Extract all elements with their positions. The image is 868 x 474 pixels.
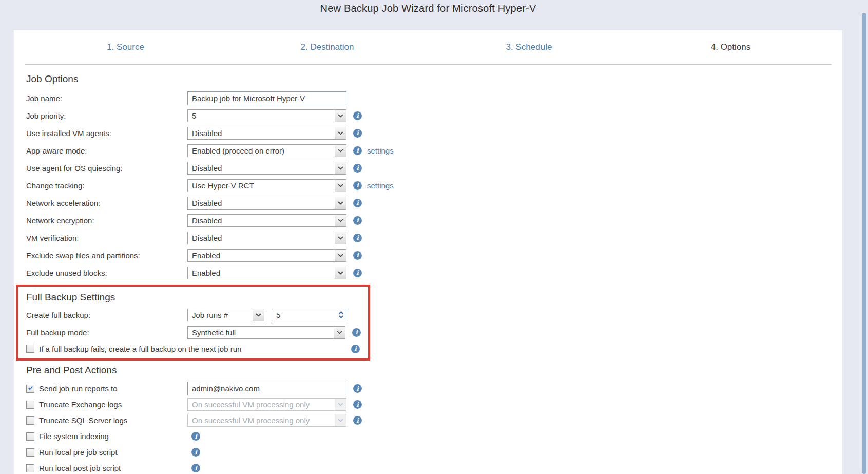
- chevron-down-icon: [335, 162, 346, 174]
- checkbox-label: Run local post job script: [39, 464, 121, 472]
- form-row-change-tracking: Change tracking: Use Hyper-V RCT i setti…: [26, 177, 842, 194]
- truncate-exchange-checkbox[interactable]: [26, 401, 34, 409]
- options-form: Job Options Job name: Job priority: 5 i …: [14, 65, 842, 474]
- field-label: Use agent for OS quiescing:: [26, 164, 187, 173]
- chevron-down-icon: [335, 110, 346, 122]
- create-full-backup-select[interactable]: Job runs #: [187, 309, 264, 321]
- wizard-panel: 1. Source 2. Destination 3. Schedule 4. …: [14, 30, 842, 474]
- app-aware-select[interactable]: Enabled (proceed on error): [187, 144, 346, 157]
- form-row-send-reports: Send job run reports to i: [26, 381, 842, 396]
- chevron-down-icon: [338, 315, 344, 318]
- file-indexing-checkbox[interactable]: [26, 432, 34, 441]
- checkbox-label: If a full backup fails, create a full ba…: [39, 345, 241, 353]
- full-backup-fail-checkbox[interactable]: [26, 345, 34, 353]
- report-email-input[interactable]: [187, 382, 346, 395]
- chevron-down-icon: [334, 327, 345, 338]
- info-icon[interactable]: i: [353, 234, 362, 242]
- info-icon[interactable]: i: [191, 464, 200, 472]
- vm-agents-select[interactable]: Disabled: [187, 127, 346, 140]
- job-priority-select[interactable]: 5: [187, 109, 346, 122]
- chevron-down-icon: [335, 267, 346, 279]
- checkbox-label: Send job run reports to: [39, 384, 118, 393]
- sql-logs-select: On successful VM processing only: [187, 414, 346, 427]
- info-icon[interactable]: i: [353, 111, 362, 120]
- form-row-vm-verification: VM verification: Disabled i: [26, 229, 842, 247]
- info-icon[interactable]: i: [353, 181, 362, 190]
- form-row-truncate-exchange: Truncate Exchange logs On successful VM …: [26, 396, 842, 412]
- wizard-step-tabs: 1. Source 2. Destination 3. Schedule 4. …: [25, 30, 832, 65]
- checkbox-label: Truncate SQL Server logs: [39, 416, 127, 425]
- tab-source[interactable]: 1. Source: [25, 30, 226, 64]
- vertical-scrollbar-thumb[interactable]: [862, 13, 866, 474]
- network-encryption-select[interactable]: Disabled: [187, 214, 346, 227]
- check-icon: [28, 385, 33, 391]
- tab-schedule[interactable]: 3. Schedule: [428, 30, 630, 64]
- spinner-arrows[interactable]: [336, 309, 346, 321]
- form-row-post-job-script: Run local post job script i: [26, 460, 842, 474]
- form-row-network-acceleration: Network acceleration: Disabled i: [26, 194, 842, 212]
- form-row-exclude-swap: Exclude swap files and partitions: Enabl…: [26, 247, 842, 264]
- info-icon[interactable]: i: [353, 164, 362, 173]
- info-icon[interactable]: i: [353, 269, 362, 277]
- form-row-pre-job-script: Run local pre job script i: [26, 444, 842, 460]
- chevron-down-icon: [335, 414, 346, 426]
- settings-link[interactable]: settings: [367, 146, 394, 155]
- info-icon[interactable]: i: [353, 199, 362, 207]
- truncate-sql-checkbox[interactable]: [26, 416, 34, 425]
- job-name-input[interactable]: [187, 91, 346, 105]
- info-icon[interactable]: i: [352, 328, 361, 337]
- info-icon[interactable]: i: [353, 416, 362, 425]
- full-backup-count-input[interactable]: [272, 309, 336, 321]
- info-icon[interactable]: i: [353, 251, 362, 260]
- exclude-unused-select[interactable]: Enabled: [187, 267, 346, 279]
- info-icon[interactable]: i: [353, 146, 362, 155]
- info-icon[interactable]: i: [191, 432, 200, 441]
- info-icon[interactable]: i: [353, 129, 362, 138]
- field-label: Create full backup:: [26, 311, 187, 319]
- post-job-script-checkbox[interactable]: [26, 464, 34, 472]
- tab-destination[interactable]: 2. Destination: [226, 30, 428, 64]
- network-acceleration-select[interactable]: Disabled: [187, 197, 346, 210]
- info-icon[interactable]: i: [353, 400, 362, 409]
- tab-options[interactable]: 4. Options: [630, 30, 832, 64]
- section-heading-full-backup: Full Backup Settings: [26, 292, 361, 303]
- field-label: Use installed VM agents:: [26, 129, 187, 138]
- info-icon[interactable]: i: [191, 448, 200, 457]
- info-icon[interactable]: i: [353, 216, 362, 225]
- info-icon[interactable]: i: [351, 345, 360, 353]
- field-label: App-aware mode:: [26, 146, 187, 155]
- pre-job-script-checkbox[interactable]: [26, 448, 34, 457]
- chevron-down-icon: [335, 180, 346, 192]
- vm-verification-select[interactable]: Disabled: [187, 232, 346, 244]
- chevron-down-icon: [335, 197, 346, 209]
- checkbox-label: Run local pre job script: [39, 448, 118, 457]
- field-label: Exclude swap files and partitions:: [26, 251, 187, 260]
- window-title-bar: New Backup Job Wizard for Microsoft Hype…: [14, 0, 842, 30]
- form-row-vm-agents: Use installed VM agents: Disabled i: [26, 124, 842, 142]
- field-label: Network acceleration:: [26, 199, 187, 207]
- send-reports-checkbox[interactable]: [26, 385, 34, 393]
- field-label: Job priority:: [26, 111, 187, 120]
- page-title: New Backup Job Wizard for Microsoft Hype…: [320, 3, 536, 14]
- exclude-swap-select[interactable]: Enabled: [187, 249, 346, 262]
- section-heading-job-options: Job Options: [26, 73, 842, 85]
- chevron-down-icon: [335, 215, 346, 226]
- checkbox-label: File system indexing: [39, 432, 109, 441]
- chevron-down-icon: [335, 250, 346, 261]
- full-backup-count-spinner[interactable]: [272, 309, 346, 321]
- change-tracking-select[interactable]: Use Hyper-V RCT: [187, 179, 346, 192]
- form-row-job-priority: Job priority: 5 i: [26, 107, 842, 124]
- exchange-logs-select: On successful VM processing only: [187, 398, 346, 411]
- settings-link[interactable]: settings: [367, 181, 394, 190]
- form-row-exclude-unused: Exclude unused blocks: Enabled i: [26, 264, 842, 281]
- os-quiescing-select[interactable]: Disabled: [187, 162, 346, 175]
- form-row-network-encryption: Network encryption: Disabled i: [26, 212, 842, 229]
- field-label: Change tracking:: [26, 181, 187, 190]
- chevron-down-icon: [335, 145, 346, 157]
- chevron-up-icon: [338, 311, 344, 314]
- full-backup-mode-select[interactable]: Synthetic full: [187, 326, 345, 339]
- info-icon[interactable]: i: [353, 384, 362, 393]
- form-row-app-aware: App-aware mode: Enabled (proceed on erro…: [26, 142, 842, 159]
- form-row-create-full-backup: Create full backup: Job runs #: [26, 306, 361, 324]
- section-heading-pre-post: Pre and Post Actions: [26, 365, 842, 376]
